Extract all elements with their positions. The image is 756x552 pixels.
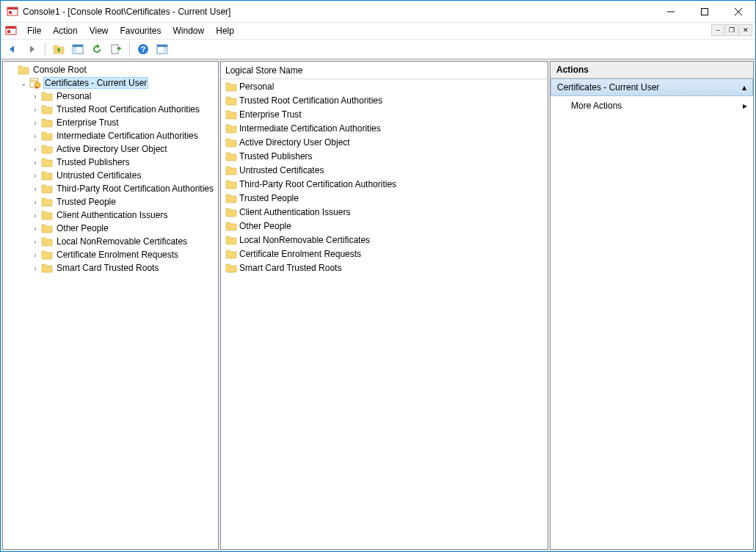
mdi-restore-button[interactable]: ❐ — [725, 24, 738, 36]
list-item[interactable]: Other People — [221, 219, 548, 233]
folder-icon — [41, 222, 53, 234]
actions-more-item[interactable]: More Actions ▸ — [550, 96, 753, 115]
menu-action[interactable]: Action — [47, 24, 83, 37]
expand-icon[interactable]: › — [29, 251, 41, 259]
list-item[interactable]: Personal — [221, 79, 548, 93]
list-column-header[interactable]: Logical Store Name — [221, 62, 548, 79]
up-button[interactable] — [50, 40, 68, 58]
tree-child-label: Enterprise Trust — [55, 117, 120, 128]
tree-child-node[interactable]: ›Personal — [3, 90, 218, 103]
tree-child-node[interactable]: ›Other People — [3, 222, 218, 235]
expand-icon[interactable]: › — [29, 198, 41, 206]
expand-icon[interactable]: › — [29, 145, 41, 153]
menu-view[interactable]: View — [84, 24, 115, 37]
folder-icon — [41, 90, 53, 102]
svg-rect-19 — [164, 47, 167, 54]
expand-icon[interactable]: › — [29, 172, 41, 180]
tree-child-node[interactable]: ›Enterprise Trust — [3, 116, 218, 129]
expand-icon[interactable]: › — [29, 211, 41, 219]
titlebar: Console1 - [Console Root\Certificates - … — [1, 1, 755, 23]
list-item-label: Trusted People — [239, 193, 299, 203]
refresh-button[interactable] — [88, 40, 106, 58]
export-list-button[interactable] — [107, 40, 125, 58]
tree-child-node[interactable]: ›Certificate Enrolment Requests — [3, 248, 218, 261]
mdi-close-button[interactable]: ✕ — [739, 24, 752, 36]
list-item[interactable]: Untrusted Certificates — [221, 163, 548, 177]
folder-icon — [225, 81, 237, 92]
actions-section-header[interactable]: Certificates - Current User ▴ — [550, 79, 753, 96]
maximize-button[interactable] — [688, 1, 722, 23]
help-button[interactable]: ? — [134, 40, 152, 58]
folder-icon — [41, 249, 53, 261]
tree-child-node[interactable]: ›Active Directory User Object — [3, 142, 218, 156]
expand-icon[interactable]: › — [29, 106, 41, 114]
tree-child-label: Trusted People — [55, 197, 117, 207]
tree-child-label: Personal — [55, 91, 92, 101]
list-item[interactable]: Intermediate Certification Authorities — [221, 121, 548, 135]
mmc-doc-icon — [5, 25, 17, 37]
menu-help[interactable]: Help — [210, 24, 240, 37]
list-item[interactable]: Certificate Enrolment Requests — [221, 247, 548, 261]
list-item[interactable]: Third-Party Root Certification Authoriti… — [221, 177, 548, 191]
tree-child-node[interactable]: ›Trusted Root Certification Authorities — [3, 103, 218, 116]
tree-child-label: Third-Party Root Certification Authoriti… — [55, 184, 215, 194]
mdi-minimize-button[interactable]: – — [711, 24, 724, 36]
close-button[interactable] — [722, 1, 755, 23]
back-button[interactable] — [4, 40, 21, 58]
tree-child-node[interactable]: ›Trusted People — [3, 195, 218, 208]
tree-child-node[interactable]: ›Trusted Publishers — [3, 156, 218, 169]
collapse-icon[interactable]: ⌄ — [18, 79, 29, 87]
list-item-label: Untrusted Certificates — [239, 165, 324, 175]
menu-window[interactable]: Window — [167, 24, 211, 37]
tree-child-node[interactable]: ›Client Authentication Issuers — [3, 208, 218, 222]
menubar: File Action View Favourites Window Help … — [1, 23, 755, 39]
tree-child-label: Trusted Publishers — [55, 157, 131, 167]
expand-icon[interactable]: › — [29, 92, 41, 101]
expand-icon[interactable]: › — [29, 159, 41, 167]
svg-rect-8 — [702, 8, 708, 15]
list-item[interactable]: Client Authentication Issuers — [221, 205, 548, 219]
list-body[interactable]: PersonalTrusted Root Certification Autho… — [221, 79, 548, 549]
list-pane[interactable]: Logical Store Name PersonalTrusted Root … — [220, 61, 548, 550]
list-item[interactable]: Local NonRemovable Certificates — [221, 233, 548, 247]
folder-icon — [41, 156, 53, 168]
tree-child-label: Smart Card Trusted Roots — [55, 263, 160, 273]
list-item-label: Personal — [239, 81, 274, 92]
tree-certificates-node[interactable]: ⌄ Certificates - Current User — [3, 76, 218, 90]
window-controls — [654, 1, 755, 23]
list-item[interactable]: Trusted People — [221, 191, 548, 205]
expand-icon[interactable]: › — [29, 264, 41, 272]
tree-pane[interactable]: Console Root ⌄ Certificates - Current Us… — [2, 61, 219, 550]
tree-child-node[interactable]: ›Local NonRemovable Certificates — [3, 235, 218, 248]
list-item[interactable]: Enterprise Trust — [221, 107, 548, 121]
tree-child-node[interactable]: ›Smart Card Trusted Roots — [3, 261, 218, 275]
expand-icon[interactable]: › — [29, 225, 41, 233]
menu-favourites[interactable]: Favourites — [115, 24, 167, 37]
tree-child-node[interactable]: ›Third-Party Root Certification Authorit… — [3, 182, 218, 195]
expand-icon[interactable]: › — [29, 238, 41, 246]
action-pane-button[interactable] — [153, 40, 171, 58]
list-item[interactable]: Active Directory User Object — [221, 135, 548, 149]
tree-root-node[interactable]: Console Root — [3, 63, 218, 76]
forward-button[interactable] — [23, 40, 40, 58]
folder-icon — [41, 236, 53, 247]
tree-child-node[interactable]: ›Untrusted Certificates — [3, 169, 218, 182]
menu-file[interactable]: File — [21, 24, 47, 37]
list-item-label: Trusted Publishers — [239, 151, 313, 161]
list-item[interactable]: Trusted Root Certification Authorities — [221, 93, 548, 107]
expand-icon[interactable]: › — [29, 132, 41, 140]
tree-child-node[interactable]: ›Intermediate Certification Authorities — [3, 129, 218, 142]
show-hide-tree-button[interactable] — [69, 40, 87, 58]
minimize-button[interactable] — [654, 1, 688, 23]
list-item[interactable]: Trusted Publishers — [221, 149, 548, 163]
window-title: Console1 - [Console Root\Certificates - … — [23, 7, 654, 17]
tree-child-label: Active Directory User Object — [55, 144, 169, 154]
expand-icon[interactable]: › — [29, 119, 41, 127]
actions-more-label: More Actions — [571, 101, 622, 111]
column-header-label: Logical Store Name — [225, 65, 302, 76]
expand-icon[interactable]: › — [29, 185, 41, 193]
list-item-label: Active Directory User Object — [239, 137, 350, 148]
svg-rect-14 — [112, 45, 118, 54]
list-item[interactable]: Smart Card Trusted Roots — [221, 261, 548, 275]
svg-rect-13 — [73, 47, 76, 54]
